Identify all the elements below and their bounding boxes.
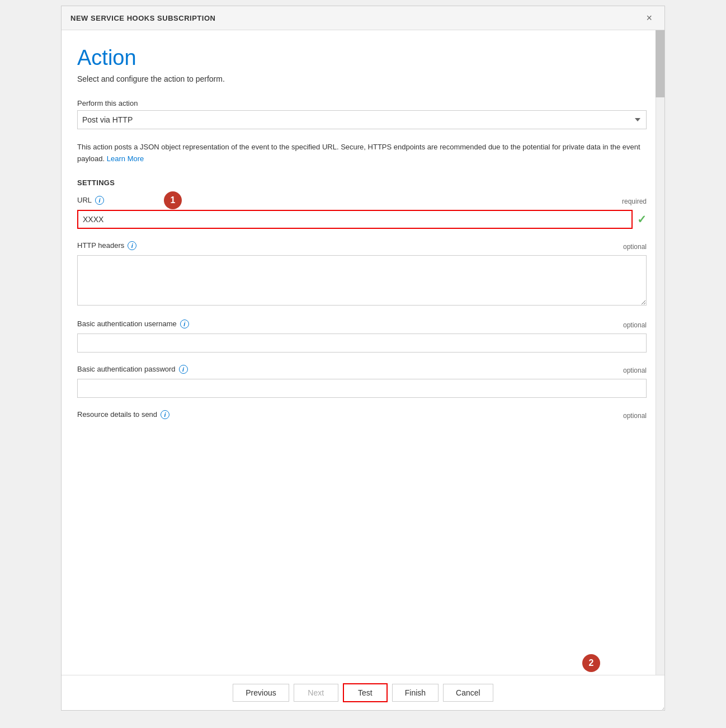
resource-details-info-icon[interactable]: i	[161, 410, 169, 419]
resource-details-group: Resource details to send i optional	[77, 410, 647, 422]
badge-1: 1	[164, 191, 182, 209]
auth-username-group: Basic authentication username i optional	[77, 320, 647, 353]
auth-password-optional-badge: optional	[623, 367, 647, 374]
page-title: Action	[77, 46, 647, 70]
description-text: This action posts a JSON object represen…	[77, 142, 647, 165]
cancel-button[interactable]: Cancel	[443, 684, 493, 702]
resource-details-optional-badge: optional	[623, 412, 647, 420]
finish-button[interactable]: Finish	[392, 684, 439, 702]
url-info-icon[interactable]: i	[95, 196, 104, 205]
http-headers-optional-badge: optional	[623, 243, 647, 251]
http-headers-group: HTTP headers i optional	[77, 241, 647, 307]
next-button[interactable]: Next	[294, 684, 338, 702]
url-input[interactable]	[77, 210, 633, 229]
perform-action-group: Perform this action Post via HTTP	[77, 99, 647, 129]
http-headers-info-icon[interactable]: i	[128, 241, 136, 250]
test-button[interactable]: Test	[343, 683, 388, 702]
auth-username-label: Basic authentication username i	[77, 320, 189, 328]
url-field-row: URL i required	[77, 196, 647, 208]
auth-password-label: Basic authentication password i	[77, 365, 188, 374]
auth-username-input[interactable]	[77, 334, 647, 353]
url-check-icon: ✓	[637, 213, 647, 226]
http-headers-label: HTTP headers i	[77, 241, 136, 250]
dialog-body: Action Select and configure the action t…	[62, 30, 664, 675]
dialog-title: NEW SERVICE HOOKS SUBSCRIPTION	[70, 14, 216, 22]
dialog-container: NEW SERVICE HOOKS SUBSCRIPTION × Action …	[61, 6, 665, 711]
scrollbar-track[interactable]	[656, 30, 664, 675]
resource-details-row: Resource details to send i optional	[77, 410, 647, 422]
auth-username-optional-badge: optional	[623, 321, 647, 329]
perform-action-label: Perform this action	[77, 99, 647, 107]
url-label: URL i	[77, 196, 104, 205]
scrollbar-thumb[interactable]	[656, 30, 664, 97]
url-input-wrapper: ✓	[77, 210, 647, 229]
close-button[interactable]: ×	[643, 12, 656, 24]
auth-password-row: Basic authentication password i optional	[77, 365, 647, 377]
auth-password-group: Basic authentication password i optional	[77, 365, 647, 398]
perform-action-select[interactable]: Post via HTTP	[77, 110, 647, 129]
auth-username-row: Basic authentication username i optional	[77, 320, 647, 331]
auth-password-info-icon[interactable]: i	[179, 365, 188, 374]
learn-more-link[interactable]: Learn More	[107, 154, 144, 163]
resize-handle[interactable]: ⌟	[662, 704, 664, 710]
auth-password-input[interactable]	[77, 379, 647, 398]
page-subtitle: Select and configure the action to perfo…	[77, 74, 647, 83]
http-headers-textarea[interactable]	[77, 255, 647, 306]
url-field-group: 1 URL i required ✓	[77, 196, 647, 229]
dialog-footer: Previous Next Test Finish Cancel 2 ⌟	[62, 675, 664, 710]
resource-details-label: Resource details to send i	[77, 410, 169, 419]
settings-section-title: SETTINGS	[77, 179, 647, 187]
previous-button[interactable]: Previous	[233, 684, 289, 702]
auth-username-info-icon[interactable]: i	[180, 320, 189, 328]
http-headers-row: HTTP headers i optional	[77, 241, 647, 253]
badge-2: 2	[582, 654, 600, 672]
dialog-titlebar: NEW SERVICE HOOKS SUBSCRIPTION ×	[62, 6, 664, 30]
url-required-badge: required	[622, 198, 647, 205]
